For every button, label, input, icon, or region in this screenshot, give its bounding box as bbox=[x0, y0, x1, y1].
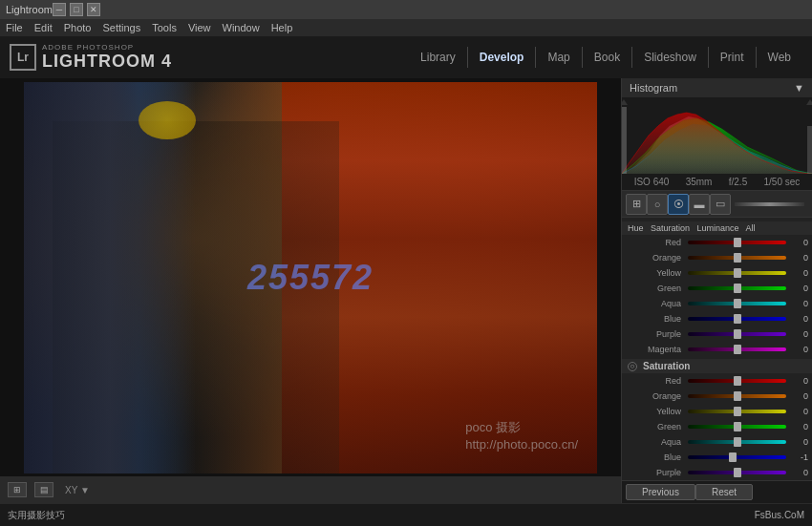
tool-spot[interactable]: ⦿ bbox=[668, 194, 689, 215]
hue-magenta-track[interactable] bbox=[688, 347, 786, 351]
minimize-button[interactable]: ─ bbox=[53, 3, 66, 16]
hue-red-track[interactable] bbox=[688, 241, 786, 244]
hue-blue-value: 0 bbox=[789, 314, 808, 324]
titlebar-title: Lightroom bbox=[6, 4, 53, 15]
hue-red-thumb[interactable] bbox=[734, 238, 741, 247]
filmstrip-button[interactable]: ▤ bbox=[34, 482, 53, 497]
tools-row: ⊞ ○ ⦿ ▬ ▭ bbox=[622, 191, 812, 218]
sat-aqua-thumb[interactable] bbox=[734, 437, 741, 447]
sat-aqua-value: 0 bbox=[789, 437, 808, 447]
exif-aperture: f/2.5 bbox=[729, 177, 747, 187]
hue-orange-value: 0 bbox=[789, 253, 808, 263]
bottom-bar-right: FsBus.CoM bbox=[755, 510, 804, 520]
tool-redeye[interactable]: ▬ bbox=[689, 194, 710, 215]
tone-slider[interactable] bbox=[735, 202, 804, 206]
tool-gradient[interactable]: ▭ bbox=[710, 194, 731, 215]
svg-rect-1 bbox=[807, 126, 812, 174]
svg-marker-2 bbox=[622, 99, 628, 105]
tab-slideshow[interactable]: Slideshow bbox=[631, 47, 708, 68]
sat-green-track[interactable] bbox=[688, 425, 786, 429]
sat-yellow-thumb[interactable] bbox=[734, 407, 741, 416]
logo-area: Lr ADOBE PHOTOSHOP LIGHTROOM 4 bbox=[10, 43, 172, 72]
hue-blue-thumb[interactable] bbox=[734, 314, 741, 324]
hue-aqua-row: Aqua 0 bbox=[622, 296, 812, 311]
right-panel: Histogram ▼ bbox=[621, 78, 812, 503]
reset-button[interactable]: Reset bbox=[695, 484, 753, 500]
sat-blue-track[interactable] bbox=[688, 455, 786, 459]
tab-library[interactable]: Library bbox=[409, 47, 467, 68]
menu-window[interactable]: Window bbox=[223, 22, 260, 33]
hue-orange-row: Orange 0 bbox=[622, 250, 812, 265]
hue-orange-thumb[interactable] bbox=[734, 253, 741, 263]
hue-green-row: Green 0 bbox=[622, 281, 812, 296]
sat-blue-value: -1 bbox=[789, 452, 808, 462]
previous-button[interactable]: Previous bbox=[626, 484, 695, 500]
hue-red-row: Red 0 bbox=[622, 235, 812, 250]
sat-purple-track[interactable] bbox=[688, 471, 786, 474]
hue-aqua-value: 0 bbox=[789, 299, 808, 308]
lr-title: LIGHTROOM 4 bbox=[42, 52, 172, 72]
sat-purple-value: 0 bbox=[789, 468, 808, 477]
tab-web[interactable]: Web bbox=[756, 47, 802, 68]
hue-purple-row: Purple 0 bbox=[622, 326, 812, 342]
menu-settings[interactable]: Settings bbox=[102, 22, 140, 33]
hue-green-track[interactable] bbox=[688, 286, 786, 290]
saturation-section-header: ○ Saturation bbox=[622, 359, 812, 373]
sat-green-label: Green bbox=[631, 422, 681, 431]
hue-green-thumb[interactable] bbox=[734, 284, 741, 293]
sat-orange-thumb[interactable] bbox=[734, 391, 741, 401]
menu-view[interactable]: View bbox=[188, 22, 211, 33]
saturation-toggle[interactable]: ○ bbox=[628, 362, 637, 371]
sat-red-track[interactable] bbox=[688, 379, 786, 383]
sliders-area: Hue Saturation Luminance All Red 0 Orang… bbox=[622, 218, 812, 480]
menu-help[interactable]: Help bbox=[271, 22, 293, 33]
tab-book[interactable]: Book bbox=[582, 47, 631, 68]
hue-aqua-track[interactable] bbox=[688, 302, 786, 305]
hue-blue-label: Blue bbox=[631, 314, 681, 324]
menu-edit[interactable]: Edit bbox=[34, 22, 53, 33]
sat-yellow-track[interactable] bbox=[688, 410, 786, 413]
histogram-expand-icon[interactable]: ▼ bbox=[794, 82, 804, 94]
hue-aqua-thumb[interactable] bbox=[734, 299, 741, 308]
grid-view-button[interactable]: ⊞ bbox=[8, 482, 27, 497]
exif-bar: ISO 640 35mm f/2.5 1/50 sec bbox=[622, 174, 812, 191]
nav-tabs: Library Develop Map Book Slideshow Print… bbox=[409, 47, 802, 68]
hue-yellow-value: 0 bbox=[789, 268, 808, 278]
tool-grid[interactable]: ⊞ bbox=[626, 194, 647, 215]
sat-purple-thumb[interactable] bbox=[734, 468, 741, 477]
sat-orange-track[interactable] bbox=[688, 394, 786, 398]
hue-orange-track[interactable] bbox=[688, 256, 786, 260]
tab-map[interactable]: Map bbox=[535, 47, 581, 68]
tab-develop[interactable]: Develop bbox=[467, 47, 536, 68]
tab-print[interactable]: Print bbox=[708, 47, 756, 68]
menu-tools[interactable]: Tools bbox=[152, 22, 177, 33]
sat-aqua-track[interactable] bbox=[688, 440, 786, 444]
sat-blue-row: Blue -1 bbox=[622, 450, 812, 465]
bottom-bar: 实用摄影技巧 FsBus.CoM bbox=[0, 503, 812, 526]
maximize-button[interactable]: □ bbox=[70, 3, 83, 16]
menu-photo[interactable]: Photo bbox=[64, 22, 92, 33]
sat-green-thumb[interactable] bbox=[734, 422, 741, 431]
sat-blue-thumb[interactable] bbox=[729, 452, 737, 462]
hue-magenta-thumb[interactable] bbox=[734, 345, 741, 354]
sat-red-thumb[interactable] bbox=[734, 376, 741, 386]
sat-purple-label: Purple bbox=[631, 468, 681, 477]
hue-blue-track[interactable] bbox=[688, 317, 786, 321]
sat-red-row: Red 0 bbox=[622, 373, 812, 389]
hue-green-label: Green bbox=[631, 284, 681, 293]
hue-purple-track[interactable] bbox=[688, 332, 786, 336]
sat-purple-row: Purple 0 bbox=[622, 465, 812, 480]
hue-yellow-thumb[interactable] bbox=[734, 268, 741, 278]
close-button[interactable]: ✕ bbox=[87, 3, 100, 16]
tool-crop[interactable]: ○ bbox=[647, 194, 668, 215]
sat-yellow-row: Yellow 0 bbox=[622, 404, 812, 419]
sat-red-value: 0 bbox=[789, 376, 808, 386]
sat-green-row: Green 0 bbox=[622, 419, 812, 434]
menu-file[interactable]: File bbox=[6, 22, 23, 33]
sat-red-label: Red bbox=[631, 376, 681, 386]
hue-purple-thumb[interactable] bbox=[734, 329, 741, 339]
exif-shutter: 1/50 sec bbox=[764, 177, 801, 187]
saturation-label: Saturation bbox=[643, 361, 690, 371]
hue-yellow-track[interactable] bbox=[688, 271, 786, 275]
hue-blue-row: Blue 0 bbox=[622, 311, 812, 326]
